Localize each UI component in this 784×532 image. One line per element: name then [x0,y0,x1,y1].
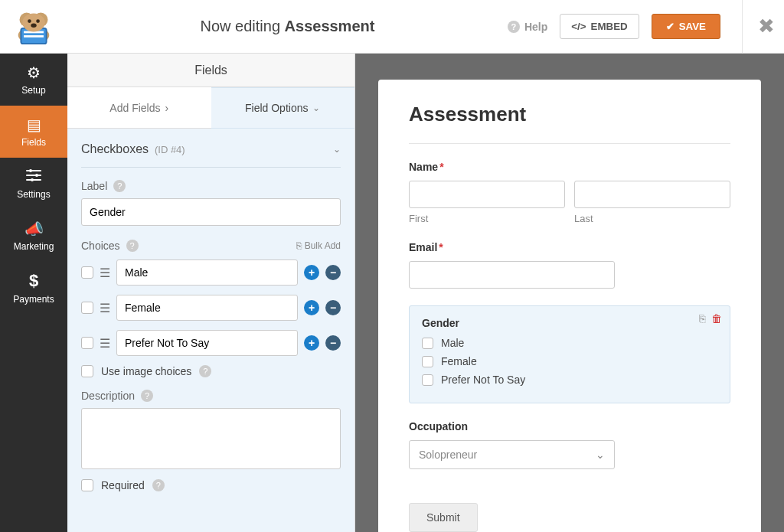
description-caption: Description [81,390,135,402]
duplicate-icon[interactable]: ⎘ [699,312,705,325]
drag-handle-icon[interactable]: ☰ [100,266,110,280]
first-sublabel: First [409,213,565,224]
help-icon[interactable]: ? [199,365,211,377]
svg-point-6 [22,13,45,31]
add-choice-button[interactable]: + [304,265,319,280]
remove-choice-button[interactable]: − [325,335,341,351]
bulk-add-link[interactable]: ⎘ Bulk Add [296,240,341,251]
help-link[interactable]: ? Help [508,21,547,33]
add-choice-button[interactable]: + [304,335,319,351]
checkbox-option[interactable]: Male [422,337,717,349]
description-caption-row: Description ? [81,390,341,402]
trash-icon[interactable]: 🗑 [711,312,722,325]
chevron-right-icon: › [165,102,168,114]
help-icon: ? [508,21,520,33]
tab-add-fields[interactable]: Add Fields › [67,87,211,129]
top-actions: ? Help </> EMBED ✔ SAVE [508,14,736,39]
choice-default-checkbox[interactable] [81,266,93,279]
choice-input[interactable] [116,330,298,356]
checkbox-option[interactable]: Prefer Not To Say [422,374,717,386]
help-icon[interactable]: ? [126,240,139,252]
svg-rect-3 [24,35,44,38]
occupation-field[interactable]: Occupation Solopreneur ⌄ [409,420,730,469]
close-button[interactable]: ✖ [749,15,784,38]
panel-tabs: Add Fields › Field Options ⌄ [67,87,354,129]
checkbox-option[interactable]: Female [422,355,717,367]
email-input[interactable] [409,261,615,289]
field-label: Occupation [409,420,730,432]
chevron-down-icon: ⌄ [312,103,320,113]
choice-default-checkbox[interactable] [81,337,93,349]
form-preview: Assessment Name* First Last Email* [378,80,761,532]
field-heading[interactable]: Checkboxes (ID #4) ⌄ [81,139,341,168]
email-field[interactable]: Email* [409,241,730,289]
sidebar-item-fields[interactable]: ▤ Fields [0,106,67,158]
sidebar-item-settings[interactable]: Settings [0,158,67,210]
preview-canvas: Assessment Name* First Last Email* [355,54,784,532]
form-icon: ▤ [27,116,41,134]
field-options-body: Checkboxes (ID #4) ⌄ Label ? Choices ? ⎘… [67,129,354,532]
remove-choice-button[interactable]: − [325,265,341,280]
divider [742,0,743,54]
required-label: Required [101,479,145,491]
description-textarea[interactable] [81,408,341,469]
last-sublabel: Last [574,213,730,224]
submit-button[interactable]: Submit [409,503,478,532]
tab-field-options[interactable]: Field Options ⌄ [211,87,355,129]
svg-point-7 [28,19,31,23]
choice-row: ☰ + − [81,330,341,356]
save-button[interactable]: ✔ SAVE [652,14,720,39]
occupation-select[interactable]: Solopreneur ⌄ [409,440,615,469]
svg-point-8 [36,19,40,23]
embed-button[interactable]: </> EMBED [560,14,639,39]
use-image-checkbox[interactable] [81,365,93,377]
first-name-input[interactable] [409,181,565,208]
required-checkbox[interactable] [81,479,93,491]
drag-handle-icon[interactable]: ☰ [100,336,110,351]
sidebar-item-setup[interactable]: ⚙ Setup [0,54,67,106]
field-panel: Fields Add Fields › Field Options ⌄ Chec… [67,54,355,532]
label-caption: Label [81,180,107,192]
help-icon[interactable]: ? [152,479,165,491]
bullhorn-icon: 📣 [24,220,44,238]
choice-row: ☰ + − [81,259,341,286]
field-label: Name* [409,161,730,173]
drag-handle-icon[interactable]: ☰ [100,301,110,315]
gear-icon: ⚙ [27,64,41,82]
choice-input[interactable] [116,295,298,321]
code-icon: </> [571,21,586,32]
field-label: Gender [422,317,717,329]
svg-point-14 [35,174,38,177]
chevron-down-icon: ⌄ [333,144,341,155]
choice-row: ☰ + − [81,295,341,321]
remove-choice-button[interactable]: − [325,300,341,315]
left-sidebar: ⚙ Setup ▤ Fields Settings 📣 Marketing $ … [0,54,67,532]
divider [409,143,730,144]
section-header: Fields [67,54,354,87]
sidebar-item-payments[interactable]: $ Payments [0,262,67,314]
choice-input[interactable] [116,259,298,286]
help-icon[interactable]: ? [113,180,126,192]
help-icon[interactable]: ? [141,390,153,402]
form-title: Assessment [409,103,730,126]
choices-head: Choices ? ⎘ Bulk Add [81,240,341,252]
upload-icon: ⎘ [296,240,302,251]
dollar-icon: $ [29,271,38,291]
choice-default-checkbox[interactable] [81,302,93,314]
field-label: Email* [409,241,730,253]
sliders-icon [25,168,42,186]
sidebar-item-marketing[interactable]: 📣 Marketing [0,210,67,262]
required-row: Required ? [81,479,341,491]
last-name-input[interactable] [574,181,730,208]
check-icon: ✔ [666,21,675,32]
chevron-down-icon: ⌄ [596,449,605,461]
label-input[interactable] [81,198,341,226]
label-caption-row: Label ? [81,180,341,192]
add-choice-button[interactable]: + [304,300,319,315]
name-field[interactable]: Name* First Last [409,161,730,224]
gender-field-selected[interactable]: ⎘ 🗑 Gender Male Female Prefer Not To Say [409,305,730,403]
svg-point-15 [31,178,34,181]
page-title: Now editing Assessment [67,18,508,35]
brand-logo [0,8,67,45]
svg-point-13 [29,169,32,172]
